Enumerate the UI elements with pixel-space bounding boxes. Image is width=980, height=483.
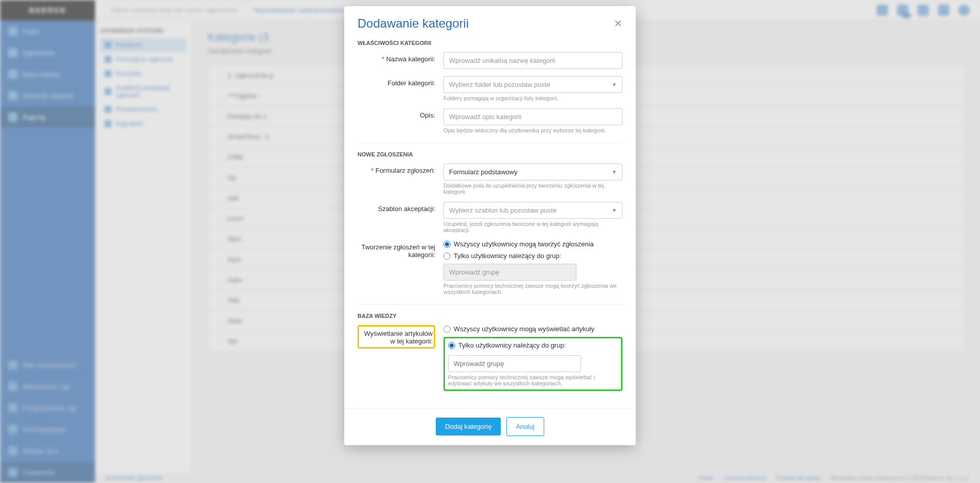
close-icon[interactable]: ✕ <box>614 17 622 30</box>
cancel-button[interactable]: Anuluj <box>506 417 544 436</box>
radio-view-groups[interactable]: Tylko użytkownicy należący do grup: <box>448 341 618 349</box>
label-desc: Opis: <box>358 108 443 133</box>
section-new-tickets: NOWE ZGŁOSZENIA <box>358 143 622 157</box>
name-input[interactable] <box>443 52 622 69</box>
section-properties: WŁAŚCIWOŚCI KATEGORII <box>358 40 622 46</box>
radio-create-groups[interactable]: Tylko użytkownicy należący do grup: <box>443 252 622 260</box>
radio-icon <box>443 241 451 248</box>
radio-create-all[interactable]: Wszyscy użytkownicy mogą tworzyć zgłosze… <box>443 240 622 248</box>
desc-help: Opis będzie widoczny dla użytkownika prz… <box>443 127 622 133</box>
modal-overlay: Dodawanie kategorii ✕ WŁAŚCIWOŚCI KATEGO… <box>0 0 980 483</box>
create-group-input: Wprowadź grupę <box>443 264 576 281</box>
create-help: Pracownicy pomocy technicznej zawsze mog… <box>443 283 622 295</box>
label-template: Szablon akceptacji: <box>358 202 443 233</box>
folder-help: Foldery pomagają w organizacji listy kat… <box>443 95 622 101</box>
view-help: Pracownicy pomocy technicznej zawsze mog… <box>448 374 618 386</box>
template-help: Uzupełnij, jeżeli zgłoszenia tworzone w … <box>443 221 622 233</box>
desc-input[interactable] <box>443 108 622 125</box>
chevron-down-icon: ▼ <box>612 169 617 175</box>
template-select[interactable]: Wybierz szablon lub pozostaw puste▼ <box>443 202 622 219</box>
form-select[interactable]: Formularz podstawowy▼ <box>443 164 622 180</box>
label-create: Tworzenie zgłoszeń w tej kategorii: <box>358 240 443 295</box>
label-form: Formularz zgłoszeń: <box>358 164 443 195</box>
radio-icon <box>443 252 451 260</box>
label-name: Nazwa kategorii: <box>358 52 443 69</box>
modal-title: Dodawanie kategorii <box>358 16 469 31</box>
radio-icon <box>448 342 455 349</box>
label-view: Wyświetlanie artykułów w tej kategorii: <box>358 325 443 349</box>
radio-view-all[interactable]: Wszyscy użytkownicy mogą wyświetlać arty… <box>443 325 622 333</box>
folder-select[interactable]: Wybierz folder lub pozostaw puste▼ <box>443 76 622 93</box>
view-group-input[interactable] <box>448 355 581 372</box>
chevron-down-icon: ▼ <box>612 208 617 213</box>
form-help: Dodatkowe pola do uzupełnienia przy twor… <box>443 182 622 195</box>
modal-add-category: Dodawanie kategorii ✕ WŁAŚCIWOŚCI KATEGO… <box>344 6 636 445</box>
chevron-down-icon: ▼ <box>612 82 617 87</box>
add-category-button[interactable]: Dodaj kategorię <box>436 418 501 435</box>
section-kb: BAZA WIEDZY <box>358 304 622 319</box>
radio-icon <box>443 326 451 333</box>
label-folder: Folder kategorii: <box>358 76 443 101</box>
